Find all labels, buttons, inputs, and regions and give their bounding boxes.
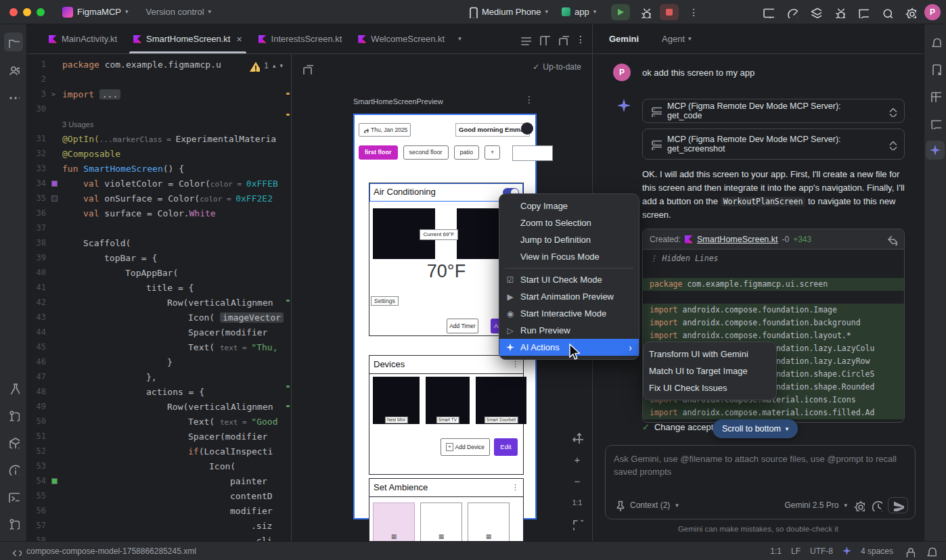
code-line[interactable]: 32@Composable [27,146,291,161]
line-number[interactable]: 50 [27,417,51,426]
toolwindow-terminal-button[interactable] [4,487,23,506]
code-line[interactable]: 42Row(verticalAlignmen [27,295,291,310]
notifications-bell-icon[interactable] [924,545,937,557]
color-swatch[interactable] [51,195,58,202]
tab-agent[interactable]: Agent ▾ [662,34,692,44]
search-everywhere-button[interactable] [877,3,896,21]
line-ending[interactable]: LF [791,546,801,556]
code-line[interactable]: 44Spacer(modifier [27,325,291,340]
line-number[interactable]: 49 [27,402,51,411]
floor-chip-patio[interactable]: patio [454,145,480,160]
line-number[interactable]: 48 [27,387,51,396]
code-line[interactable]: 48actions = { [27,384,291,399]
color-swatch[interactable] [51,181,62,187]
line-number[interactable]: 57 [27,521,51,530]
file-encoding[interactable]: UTF-8 [810,546,833,556]
close-icon[interactable]: × [236,34,242,45]
float-window-icon[interactable] [557,33,569,45]
floor-chip-first-floor[interactable]: first floor [359,145,398,160]
expand-collapse-icon[interactable] [885,138,897,150]
bug-report-button[interactable] [830,3,849,21]
profiler-button[interactable] [782,3,801,21]
line-number[interactable]: 41 [27,283,51,292]
menu-item-jump-to-definition[interactable]: Jump to Definition [499,231,639,248]
line-number[interactable]: 2 [27,74,51,84]
line-number[interactable]: 46 [27,357,51,367]
inspections-widget[interactable]: 1 ▴ ▾ [245,58,286,73]
toolwindow-project-button[interactable] [4,32,23,51]
code-line[interactable]: 35val onSurface = Color(color = 0xFF2E2 [27,191,291,206]
tab-list-icon[interactable] [519,33,531,45]
line-number[interactable]: 53 [27,461,51,471]
code-line[interactable]: 55contentD [27,488,291,503]
toolwindow-running-devices-button[interactable] [926,60,945,78]
code-line[interactable]: 52if(LocalInspecti [27,444,291,459]
line-number[interactable]: 55 [27,491,51,500]
hidden-tabs-dropdown[interactable]: ▾ [458,36,461,42]
code-line[interactable]: 45Text( text = "Thu, [27,340,291,354]
menu-item-copy-image[interactable]: Copy Image [499,197,639,214]
color-swatch[interactable] [51,195,62,202]
tab-gemini[interactable]: Gemini [609,34,639,44]
run-button[interactable] [611,4,630,20]
code-line[interactable]: 30 [27,101,291,116]
code-line[interactable]: 39topBar = { [27,250,291,265]
code-line[interactable]: 56modifier [27,503,291,518]
history-clock-icon[interactable] [870,499,882,511]
preview-gallery-button[interactable] [301,62,313,74]
floor-chip-add[interactable]: + [485,145,500,160]
settings-button[interactable] [901,3,920,21]
code-line[interactable]: 34val violetColor = Color(color = 0xFFEB [27,176,291,191]
code-line[interactable]: 2 [27,72,291,87]
more-tool-windows-button[interactable] [4,87,23,106]
ai-chat-button[interactable] [853,3,872,21]
zoom-reset-button[interactable]: 1:1 [569,495,585,510]
device-card-smart-tv[interactable]: Smart TV [426,377,470,424]
line-number[interactable]: 32 [27,149,51,158]
add-device-button[interactable]: + Add Device [441,438,490,456]
line-number[interactable]: 35 [27,193,51,203]
cursor-position[interactable]: 1:1 [770,546,782,556]
line-number[interactable]: 58 [27,536,51,541]
vcs-widget[interactable]: Version control ▾ [146,7,212,17]
line-number[interactable]: 39 [27,253,51,262]
submenu-item-match-ui-to-target-image[interactable]: Match UI to Target Image [644,363,776,379]
code-line[interactable]: 47}, [27,369,291,384]
menu-item-start-ui-check-mode[interactable]: ☑Start UI Check Mode [499,271,639,288]
zoom-out-button[interactable]: − [569,473,585,488]
line-number[interactable]: 56 [27,506,51,515]
floor-chip-second-floor[interactable]: second floor [403,145,449,160]
code-line[interactable]: 53Icon( [27,459,291,473]
line-number[interactable]: 36 [27,208,51,218]
toolwindow-build-variants-button[interactable] [4,379,23,398]
menu-item-zoom-to-selection[interactable]: Zoom to Selection [499,214,639,231]
device-selector[interactable]: Medium Phone ▾ [466,6,548,18]
model-selector[interactable]: Gemini 2.5 Pro [784,500,838,510]
code-line[interactable]: 50Text( text = "Good [27,414,291,429]
run-config-selector[interactable]: app ▾ [562,7,596,17]
toolwindow-build-button[interactable] [4,433,23,452]
send-button[interactable] [888,497,908,513]
debug-button[interactable] [635,3,654,21]
next-problem-icon[interactable]: ▾ [279,63,283,69]
menu-item-run-preview[interactable]: ▷Run Preview [499,322,639,339]
gemini-status-spark-icon[interactable] [842,546,851,555]
close-button[interactable] [9,8,18,16]
color-swatch[interactable] [51,181,58,187]
ambience-kebab-icon[interactable]: ⋮ [512,483,519,492]
toolwindow-gemini-button[interactable] [926,141,945,160]
toolwindow-problems-button[interactable] [4,460,23,479]
code-line[interactable]: 58.cli [27,533,291,541]
code-line[interactable]: 3>import ... [27,87,291,101]
split-editor-icon[interactable] [538,33,550,45]
line-number[interactable]: 1 [27,60,51,69]
ambience-option[interactable]: ▦ [468,503,510,541]
line-number[interactable]: 51 [27,431,51,441]
code-line[interactable]: 37 [27,220,291,235]
prompt-settings-gear-icon[interactable] [853,499,865,511]
line-number[interactable]: 47 [27,372,51,381]
menu-item-start-animation-preview[interactable]: ▶Start Animation Preview [499,288,639,305]
code-line[interactable]: 46} [27,354,291,369]
menu-item-start-interactive-mode[interactable]: ◉Start Interactive Mode [499,305,639,322]
line-number[interactable]: 38 [27,238,51,248]
